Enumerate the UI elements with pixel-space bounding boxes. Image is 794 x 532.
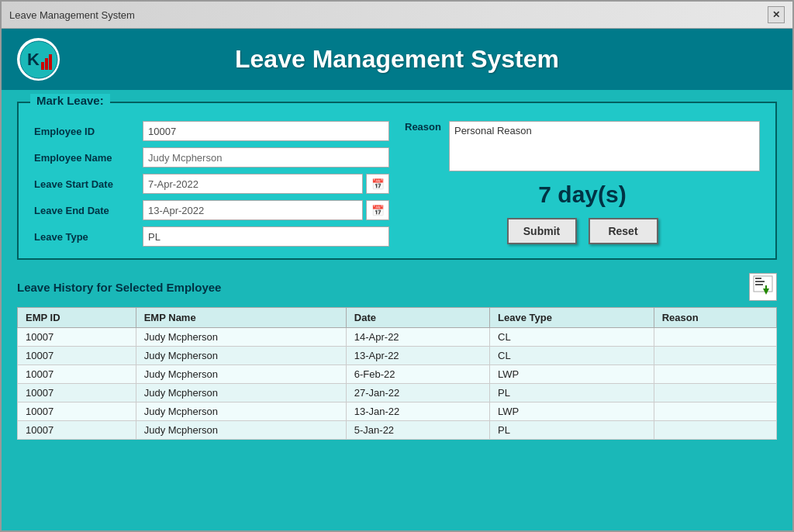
history-header: Leave History for Selected Employee xyxy=(17,269,777,307)
table-row: 10007Judy Mcpherson13-Apr-22CL xyxy=(18,347,777,365)
employee-name-label: Employee Name xyxy=(34,152,135,164)
table-cell-emp_name: Judy Mcpherson xyxy=(136,328,346,347)
leave-end-calendar-button[interactable]: 📅 xyxy=(366,200,389,220)
reason-label: Reason xyxy=(405,121,441,133)
close-button[interactable]: ✕ xyxy=(768,6,785,23)
leave-end-input[interactable] xyxy=(143,200,363,220)
section-legend: Mark Leave: xyxy=(30,94,110,107)
table-cell-date: 14-Apr-22 xyxy=(346,328,489,347)
table-header: EMP ID EMP Name Date Leave Type Reason xyxy=(18,308,777,328)
table-cell-emp_name: Judy Mcpherson xyxy=(136,402,346,421)
table-row: 10007Judy Mcpherson5-Jan-22PL xyxy=(18,421,777,440)
col-date: Date xyxy=(346,308,489,328)
employee-name-input[interactable] xyxy=(143,147,389,168)
table-cell-leave_type: CL xyxy=(490,347,654,365)
table-row: 10007Judy Mcpherson27-Jan-22PL xyxy=(18,384,777,402)
export-button[interactable] xyxy=(749,273,777,301)
table-cell-emp_name: Judy Mcpherson xyxy=(136,421,346,440)
title-bar: Leave Management System ✕ xyxy=(2,2,792,29)
table-cell-reason xyxy=(654,328,776,347)
table-cell-emp_id: 10007 xyxy=(18,328,136,347)
table-body: 10007Judy Mcpherson14-Apr-22CL10007Judy … xyxy=(18,328,777,440)
svg-rect-7 xyxy=(755,281,765,282)
leave-end-date-group: 📅 xyxy=(143,200,389,220)
days-display: 7 day(s) xyxy=(405,178,760,212)
svg-rect-8 xyxy=(755,284,763,285)
table-cell-date: 13-Apr-22 xyxy=(346,347,489,365)
export-icon xyxy=(752,275,774,300)
table-cell-reason xyxy=(654,402,776,421)
svg-rect-4 xyxy=(49,54,52,70)
table-cell-leave_type: LWP xyxy=(490,402,654,421)
action-buttons: Submit Reset xyxy=(405,218,760,244)
svg-rect-3 xyxy=(45,58,48,70)
reason-textarea[interactable]: Personal Reason xyxy=(449,121,760,171)
app-header: K Leave Management System xyxy=(2,29,792,90)
table-cell-emp_name: Judy Mcpherson xyxy=(136,365,346,384)
app-title: Leave Management System xyxy=(75,45,777,74)
main-content: K Leave Management System Mark Leave: xyxy=(2,29,792,530)
table-row: 10007Judy Mcpherson6-Feb-22LWP xyxy=(18,365,777,384)
history-title: Leave History for Selected Employee xyxy=(17,281,221,294)
table-cell-date: 6-Feb-22 xyxy=(346,365,489,384)
table-cell-emp_name: Judy Mcpherson xyxy=(136,347,346,365)
form-right-col: Reason Personal Reason 7 day(s) Submit R… xyxy=(405,121,760,247)
svg-text:K: K xyxy=(27,50,40,69)
svg-rect-6 xyxy=(755,278,761,279)
form-grid: Employee ID Employee Name Leave Start Da… xyxy=(34,121,760,247)
svg-rect-2 xyxy=(41,62,44,70)
table-cell-date: 5-Jan-22 xyxy=(346,421,489,440)
leave-type-label: Leave Type xyxy=(34,231,135,243)
employee-id-input[interactable] xyxy=(143,121,389,141)
submit-button[interactable]: Submit xyxy=(507,218,577,244)
table-cell-date: 27-Jan-22 xyxy=(346,384,489,402)
window-title: Leave Management System xyxy=(9,9,135,21)
table-cell-reason xyxy=(654,347,776,365)
table-cell-leave_type: CL xyxy=(490,328,654,347)
table-cell-emp_id: 10007 xyxy=(18,365,136,384)
history-section: Leave History for Selected Employee xyxy=(17,269,777,519)
col-emp-id: EMP ID xyxy=(18,308,136,328)
table-cell-reason xyxy=(654,421,776,440)
table-cell-emp_id: 10007 xyxy=(18,347,136,365)
svg-rect-10 xyxy=(765,285,767,292)
leave-start-row: Leave Start Date 📅 xyxy=(34,174,389,194)
leave-start-label: Leave Start Date xyxy=(34,178,135,190)
body-area: Mark Leave: Employee ID Employee Name xyxy=(2,90,792,530)
reset-button[interactable]: Reset xyxy=(589,218,658,244)
table-cell-leave_type: PL xyxy=(490,421,654,440)
employee-id-label: Employee ID xyxy=(34,126,135,137)
col-emp-name: EMP Name xyxy=(136,308,346,328)
calendar-icon: 📅 xyxy=(371,178,385,190)
table-row: 10007Judy Mcpherson13-Jan-22LWP xyxy=(18,402,777,421)
form-left-col: Employee ID Employee Name Leave Start Da… xyxy=(34,121,389,247)
main-window: Leave Management System ✕ K Leave Manage… xyxy=(0,0,794,532)
table-cell-reason xyxy=(654,384,776,402)
logo-svg: K xyxy=(19,40,58,79)
table-row: 10007Judy Mcpherson14-Apr-22CL xyxy=(18,328,777,347)
logo: K xyxy=(17,38,60,81)
col-leave-type: Leave Type xyxy=(490,308,654,328)
table-cell-leave_type: PL xyxy=(490,384,654,402)
col-reason: Reason xyxy=(654,308,776,328)
history-table: EMP ID EMP Name Date Leave Type Reason 1… xyxy=(17,307,777,440)
leave-type-input[interactable] xyxy=(143,226,389,247)
employee-name-row: Employee Name xyxy=(34,147,389,168)
table-cell-emp_id: 10007 xyxy=(18,421,136,440)
leave-start-date-group: 📅 xyxy=(143,174,389,194)
mark-leave-section: Mark Leave: Employee ID Employee Name xyxy=(17,102,777,260)
employee-id-row: Employee ID xyxy=(34,121,389,141)
table-cell-emp_name: Judy Mcpherson xyxy=(136,384,346,402)
table-cell-emp_id: 10007 xyxy=(18,384,136,402)
reason-row: Reason Personal Reason xyxy=(405,121,760,171)
table-cell-emp_id: 10007 xyxy=(18,402,136,421)
table-header-row: EMP ID EMP Name Date Leave Type Reason xyxy=(18,308,777,328)
table-cell-reason xyxy=(654,365,776,384)
leave-end-label: Leave End Date xyxy=(34,205,135,216)
calendar-icon: 📅 xyxy=(371,205,385,216)
table-cell-date: 13-Jan-22 xyxy=(346,402,489,421)
leave-start-calendar-button[interactable]: 📅 xyxy=(366,174,389,194)
leave-start-input[interactable] xyxy=(143,174,363,194)
leave-end-row: Leave End Date 📅 xyxy=(34,200,389,220)
table-cell-leave_type: LWP xyxy=(490,365,654,384)
